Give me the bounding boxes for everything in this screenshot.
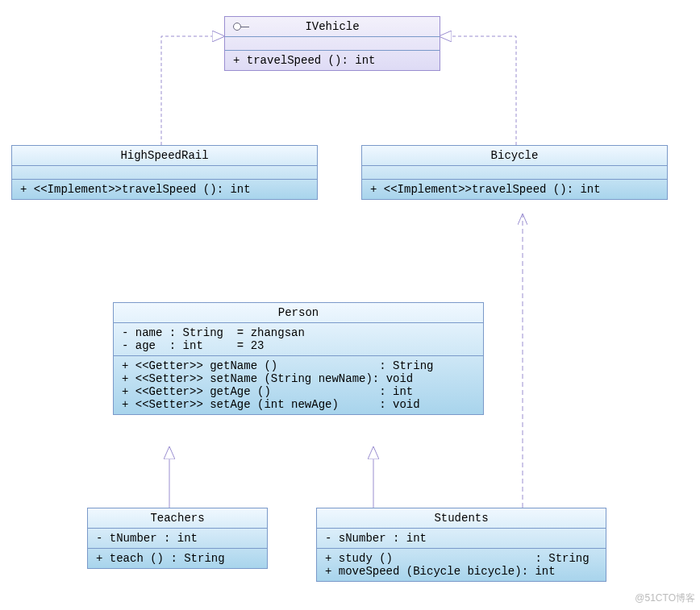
class-methods: + travelSpeed (): int bbox=[225, 51, 440, 70]
class-attr-compartment bbox=[12, 166, 317, 180]
class-highspeedrail: HighSpeedRail + <<Implement>>travelSpeed… bbox=[11, 145, 318, 200]
edge-highspeedrail-ivehicle bbox=[161, 36, 224, 145]
class-title: Bicycle bbox=[362, 146, 667, 166]
edge-bicycle-ivehicle bbox=[440, 36, 516, 145]
class-person: Person - name : String = zhangsan - age … bbox=[113, 302, 484, 415]
class-methods: + study () : String + moveSpeed (Bicycle… bbox=[317, 549, 606, 581]
class-bicycle: Bicycle + <<Implement>>travelSpeed (): i… bbox=[361, 145, 668, 200]
watermark: @51CTO博客 bbox=[635, 591, 695, 605]
class-methods: + <<Getter>> getName () : String + <<Set… bbox=[114, 356, 483, 414]
class-title: Person bbox=[114, 303, 483, 323]
class-teachers: Teachers - tNumber : int + teach () : St… bbox=[87, 508, 268, 569]
class-title: HighSpeedRail bbox=[12, 146, 317, 166]
class-attrs: - name : String = zhangsan - age : int =… bbox=[114, 323, 483, 356]
class-title: IVehicle bbox=[225, 17, 440, 37]
class-attrs: - sNumber : int bbox=[317, 529, 606, 549]
class-methods: + <<Implement>>travelSpeed (): int bbox=[362, 180, 667, 199]
class-methods: + teach () : String bbox=[88, 549, 267, 568]
class-students: Students - sNumber : int + study () : St… bbox=[316, 508, 606, 582]
class-attr-compartment bbox=[362, 166, 667, 180]
class-attrs: - tNumber : int bbox=[88, 529, 267, 549]
class-title: Students bbox=[317, 508, 606, 529]
class-title: Teachers bbox=[88, 508, 267, 529]
class-methods: + <<Implement>>travelSpeed (): int bbox=[12, 180, 317, 199]
class-attr-compartment bbox=[225, 37, 440, 51]
class-ivehicle: IVehicle + travelSpeed (): int bbox=[224, 16, 440, 71]
